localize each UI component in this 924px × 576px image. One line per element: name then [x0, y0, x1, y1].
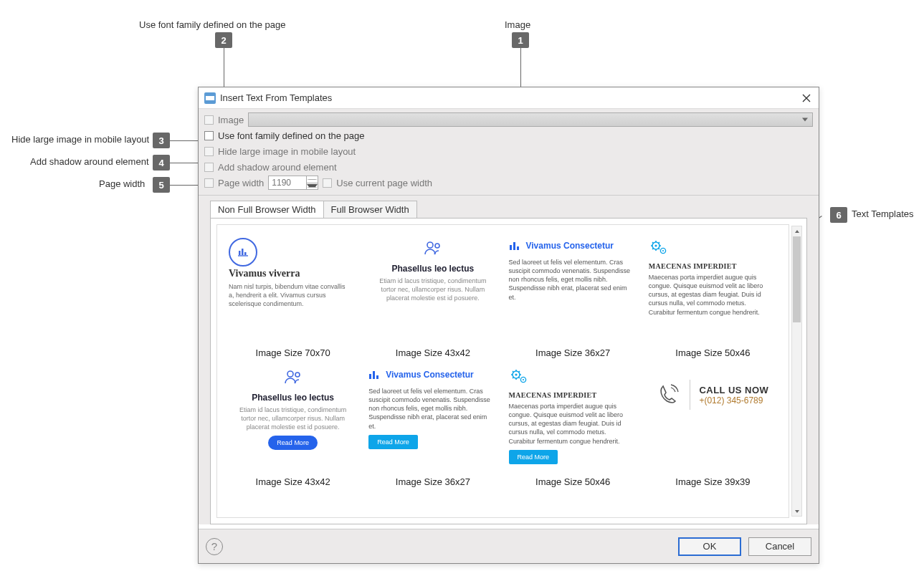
options-panel: Image Use font family defined on the pag… — [199, 109, 819, 196]
template-desc: Maecenas porta imperdiet augue quis cong… — [649, 273, 771, 317]
image-combo[interactable] — [248, 112, 813, 127]
callout-badge-6: 6 — [830, 207, 847, 223]
callout-label-2: Use font family defined on the page — [139, 19, 286, 30]
bottom-bar: ? OK Cancel — [199, 529, 819, 563]
template-card[interactable]: CALL US NOW +(012) 345-6789 Image Size 3… — [643, 363, 783, 491]
checkbox-use-font[interactable] — [204, 131, 214, 140]
template-size-label: Image Size 70x70 — [256, 347, 330, 361]
scroll-up[interactable] — [792, 226, 801, 236]
label-page-width: Page width — [218, 178, 264, 188]
divider — [690, 380, 690, 410]
scrollbar[interactable] — [791, 226, 802, 517]
template-card[interactable]: Phasellus leo lectus Etiam id lacus tris… — [363, 234, 503, 363]
chart-icon — [229, 238, 257, 267]
checkbox-add-shadow[interactable] — [204, 163, 214, 172]
template-title: Phasellus leo lectus — [392, 264, 475, 274]
template-desc: Maecenas porta imperdiet augue quis cong… — [509, 402, 631, 446]
label-use-font: Use font family defined on the page — [218, 130, 365, 141]
ok-button[interactable]: OK — [678, 537, 741, 556]
option-page-width-row: Page width 1190 Use current page width — [204, 175, 813, 191]
template-card[interactable]: Phasellus leo lectus Etiam id lacus tris… — [223, 363, 363, 491]
option-hide-large-row: Hide large image in mobile layout — [204, 143, 813, 159]
template-size-label: Image Size 50x46 — [535, 476, 610, 490]
callout-badge-1: 1 — [512, 32, 529, 48]
tab-full-browser-width[interactable]: Full Browser Width — [323, 201, 417, 219]
scroll-thumb[interactable] — [793, 236, 801, 322]
template-size-label: Image Size 39x39 — [675, 476, 750, 490]
gear-icon — [509, 367, 529, 387]
bars-icon — [368, 370, 381, 380]
scroll-down[interactable] — [792, 507, 801, 516]
template-desc: Etiam id lacus tristique, condimentum to… — [372, 277, 494, 302]
help-icon: ? — [211, 540, 217, 552]
template-grid: Vivamus viverra Nam nisl turpis, bibendu… — [217, 225, 789, 500]
template-card[interactable]: MAECENAS IMPERDIET Maecenas porta imperd… — [503, 363, 643, 491]
template-size-label: Image Size 36x27 — [396, 476, 470, 490]
read-more-button: Read More — [368, 435, 418, 449]
bars-icon — [509, 241, 522, 251]
template-title: Vivamus Consectetur — [386, 370, 474, 380]
page-width-input[interactable]: 1190 — [268, 176, 318, 190]
template-desc: Nam nisl turpis, bibendum vitae convalli… — [229, 282, 351, 308]
label-image: Image — [218, 115, 244, 125]
template-card[interactable]: Vivamus viverra Nam nisl turpis, bibendu… — [223, 234, 363, 363]
template-title: MAECENAS IMPERDIET — [649, 262, 737, 270]
template-card[interactable]: MAECENAS IMPERDIET Maecenas porta imperd… — [643, 234, 783, 363]
option-add-shadow-row: Add shadow around element — [204, 159, 813, 175]
callout-label-6: Text Templates — [852, 208, 913, 219]
dialog-insert-text-from-templates: Insert Text From Templates Image Use fon… — [198, 87, 819, 564]
callout-label-3: Hide large image in mobile layout — [11, 134, 149, 145]
read-more-button: Read More — [268, 436, 318, 450]
option-image-row: Image — [204, 112, 813, 128]
label-use-current: Use current page width — [336, 178, 432, 188]
option-use-font-row: Use font family defined on the page — [204, 128, 813, 143]
cancel-button[interactable]: Cancel — [748, 537, 811, 556]
template-size-label: Image Size 43x42 — [256, 476, 330, 490]
checkbox-page-width[interactable] — [204, 178, 214, 188]
tabs-area: Non Full Browser Width Full Browser Widt… — [199, 196, 819, 524]
dialog-title: Insert Text From Templates — [220, 92, 332, 103]
spinner-down[interactable] — [307, 183, 318, 190]
callout-badge-2: 2 — [215, 32, 232, 48]
gear-icon — [649, 238, 669, 258]
template-card[interactable]: Vivamus Consectetur Sed laoreet ut felis… — [503, 234, 643, 363]
template-title: Phasellus leo lectus — [252, 393, 334, 403]
read-more-button: Read More — [509, 450, 558, 464]
svg-point-13 — [295, 373, 300, 377]
help-button[interactable]: ? — [206, 538, 223, 555]
checkbox-use-current[interactable] — [323, 178, 332, 188]
checkbox-hide-large[interactable] — [204, 147, 214, 156]
svg-rect-1 — [242, 249, 244, 255]
template-title: Vivamus viverra — [229, 268, 351, 279]
callout-badge-4: 4 — [153, 155, 170, 171]
tab-non-full-browser-width[interactable]: Non Full Browser Width — [210, 201, 324, 219]
svg-rect-7 — [517, 246, 519, 250]
phone-icon — [657, 383, 681, 407]
template-desc: Sed laoreet ut felis vel elementum. Cras… — [368, 387, 490, 431]
label-add-shadow: Add shadow around element — [218, 162, 337, 173]
callout-label-1: Image — [505, 19, 530, 30]
svg-rect-6 — [513, 242, 515, 250]
callout-label-4: Add shadow around element — [30, 156, 149, 167]
template-card[interactable]: Vivamus Consectetur Sed laoreet ut felis… — [363, 363, 503, 491]
svg-rect-2 — [244, 252, 247, 255]
spinner-up[interactable] — [307, 176, 318, 183]
people-icon — [283, 367, 303, 387]
svg-point-20 — [522, 379, 523, 380]
people-icon — [423, 238, 443, 258]
template-title: Vivamus Consectetur — [526, 241, 614, 251]
svg-point-11 — [662, 250, 664, 251]
spinner[interactable] — [306, 176, 318, 189]
templates-inner: Vivamus viverra Nam nisl turpis, bibendu… — [216, 224, 789, 518]
svg-point-9 — [654, 244, 657, 246]
template-size-label: Image Size 36x27 — [535, 347, 610, 361]
call-us-title: CALL US NOW — [699, 385, 768, 395]
checkbox-image[interactable] — [204, 115, 214, 125]
svg-point-4 — [435, 244, 439, 248]
titlebar: Insert Text From Templates — [199, 87, 819, 109]
app-icon — [204, 92, 216, 104]
callout-label-5: Page width — [99, 178, 145, 189]
label-hide-large: Hide large image in mobile layout — [218, 146, 356, 157]
close-button[interactable] — [799, 90, 814, 106]
template-desc: Sed laoreet ut felis vel elementum. Cras… — [509, 258, 631, 302]
